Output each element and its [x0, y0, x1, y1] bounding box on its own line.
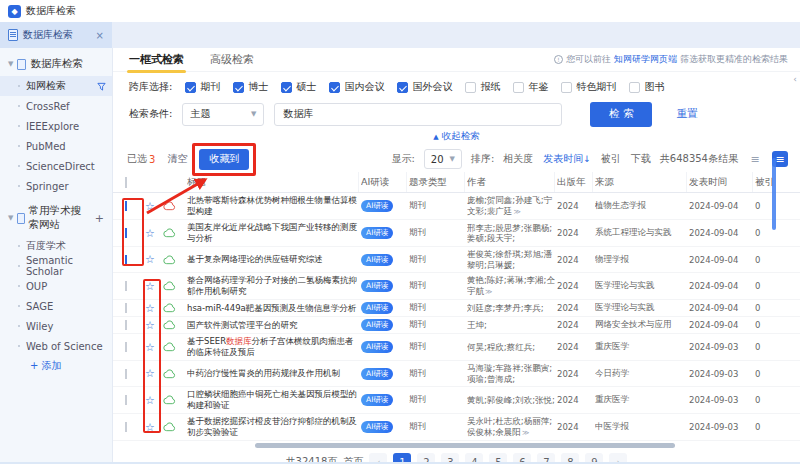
next-page-icon[interactable]: ›: [609, 453, 627, 464]
sidebar-item[interactable]: Springer: [0, 176, 112, 196]
row-checkbox[interactable]: [125, 303, 127, 313]
favorite-star-icon[interactable]: ☆: [145, 422, 161, 433]
row-source[interactable]: 中医学报: [595, 421, 687, 433]
search-button[interactable]: 检索: [590, 102, 652, 127]
row-source[interactable]: 重庆医学: [595, 394, 687, 406]
row-authors[interactable]: 马海璇;车路祥;张鹏寅;项瑜;曾海成;: [467, 363, 555, 384]
favorite-star-icon[interactable]: ☆: [145, 201, 161, 212]
row-authors[interactable]: 崔俊英;徐舒琪;郑旭;潘黎明;吕琳媛;: [467, 249, 555, 270]
authors-more-icon[interactable]: ≫: [522, 429, 529, 437]
sidebar-item[interactable]: ScienceDirect: [0, 156, 112, 176]
page-size-select[interactable]: 20 ▼: [424, 149, 462, 169]
row-source[interactable]: 医学理论与实践: [595, 280, 687, 292]
page-number[interactable]: 6: [513, 453, 531, 464]
collapse-panel-icon[interactable]: ‹: [790, 74, 800, 84]
ai-read-badge[interactable]: AI研读: [361, 421, 393, 433]
row-title[interactable]: 整合网络药理学和分子对接的二氢杨梅素抗抑郁作用机制研究: [187, 275, 359, 297]
download-cloud-icon[interactable]: [163, 228, 185, 238]
row-title[interactable]: 基于SEER数据库分析子宫体横纹肌肉瘤患者的临床特征及预后: [187, 336, 359, 358]
prev-page-icon[interactable]: ‹: [369, 453, 387, 464]
sort-option[interactable]: 发表时间↓: [543, 152, 591, 166]
download-cloud-icon[interactable]: [163, 320, 185, 330]
row-authors[interactable]: 邢李志;殷思梦;张鹏杨;姜硕;段天宇;: [467, 223, 555, 244]
favorite-star-icon[interactable]: ☆: [145, 368, 161, 379]
tab-database-search[interactable]: 数据库检索 ×: [0, 22, 112, 48]
page-number[interactable]: 9: [585, 453, 603, 464]
sidebar-section-sites[interactable]: ▼ 常用学术搜索网站 +: [0, 196, 112, 236]
row-title[interactable]: 中药治疗慢性胃炎的用药规律及作用机制: [187, 368, 359, 379]
table-row[interactable]: ☆ 国产软件测试管理平台的研究 AI研读 期刊 王坤; 2024 网络安全技术与…: [113, 317, 800, 334]
horizontal-scrollbar[interactable]: [255, 443, 675, 448]
row-authors[interactable]: 黄凯;郭俊峰;刘欢;张悦;: [467, 395, 555, 406]
list-view-icon[interactable]: ≡: [747, 151, 763, 167]
ai-read-badge[interactable]: AI研读: [361, 302, 393, 314]
collect-button[interactable]: 收藏到: [199, 149, 249, 170]
row-checkbox[interactable]: [125, 422, 127, 432]
page-number[interactable]: 5: [489, 453, 507, 464]
row-source[interactable]: 网络安全技术与应用: [595, 319, 687, 331]
page-number[interactable]: 3: [441, 453, 459, 464]
row-title[interactable]: hsa-miR-449a靶基因预测及生物信息学分析: [187, 303, 359, 314]
add-site-link[interactable]: + 添加: [0, 359, 112, 373]
favorite-star-icon[interactable]: ☆: [145, 320, 161, 331]
row-checkbox[interactable]: [125, 281, 127, 291]
search-input[interactable]: [274, 103, 562, 126]
row-title[interactable]: 口腔鳞状细胞癌中铜死亡相关基因预后模型的构建和验证: [187, 389, 359, 411]
row-authors[interactable]: 何昊;程欣;蔡红兵;: [467, 342, 555, 353]
tab-single-box-search[interactable]: 一框式检索: [129, 52, 184, 67]
select-all-checkbox[interactable]: [125, 177, 127, 188]
row-checkbox[interactable]: [125, 369, 127, 379]
row-authors[interactable]: 吴永叶;杜志欣;杨丽萍;侯俊林;余晨阳≫: [467, 416, 555, 438]
row-checkbox[interactable]: [125, 255, 127, 265]
download-cloud-icon[interactable]: [163, 201, 185, 211]
ai-read-badge[interactable]: AI研读: [361, 319, 393, 331]
row-authors[interactable]: 黄艳;陈好;蒋琳;李湘;仝宇航≫: [467, 275, 555, 297]
checkbox-icon[interactable]: [233, 82, 244, 93]
cross-db-option[interactable]: 硕士: [281, 80, 316, 94]
download-cloud-icon[interactable]: [163, 342, 185, 352]
table-row[interactable]: ☆ 美国友岸化近岸化战略下我国产业转移的测度与分析 AI研读 期刊 邢李志;殷思…: [113, 220, 800, 247]
row-source[interactable]: 重庆医学: [595, 341, 687, 353]
sidebar-item[interactable]: Web of Science: [0, 336, 112, 356]
row-checkbox[interactable]: [125, 228, 127, 238]
favorite-star-icon[interactable]: ☆: [145, 228, 161, 239]
favorite-star-icon[interactable]: ☆: [145, 342, 161, 353]
sidebar-item[interactable]: SAGE: [0, 296, 112, 316]
sort-option[interactable]: 被引: [601, 152, 621, 166]
checkbox-icon[interactable]: [397, 82, 408, 93]
favorite-star-icon[interactable]: ☆: [145, 254, 161, 265]
collapse-search[interactable]: ▲ 收起检索: [113, 130, 800, 143]
row-source[interactable]: 医学理论与实践: [595, 302, 687, 314]
checkbox-icon[interactable]: [513, 82, 524, 93]
clear-selection-button[interactable]: 清空: [167, 152, 187, 166]
row-source[interactable]: 植物生态学报: [595, 200, 687, 212]
download-cloud-icon[interactable]: [163, 281, 185, 291]
checkbox-icon[interactable]: [281, 82, 292, 93]
sidebar-item[interactable]: Semantic Scholar: [0, 256, 112, 276]
row-title[interactable]: 基于复杂网络理论的供应链研究综述: [187, 254, 359, 265]
ai-read-badge[interactable]: AI研读: [361, 394, 393, 406]
row-title[interactable]: 美国友岸化近岸化战略下我国产业转移的测度与分析: [187, 222, 359, 244]
sidebar-item[interactable]: IEEExplore: [0, 116, 112, 136]
row-authors[interactable]: 王坤;: [467, 320, 555, 331]
row-checkbox[interactable]: [125, 320, 127, 330]
tip-link[interactable]: 知网研学网页端: [614, 53, 677, 66]
cross-db-option[interactable]: 国内会议: [329, 80, 384, 94]
table-row[interactable]: ☆ 北热带喀斯特森林优势树种细根生物量估算模型构建 AI研读 期刊 庞榆;贺同鑫…: [113, 193, 800, 220]
download-cloud-icon[interactable]: [163, 369, 185, 379]
table-row[interactable]: ☆ 基于SEER数据库分析子宫体横纹肌肉瘤患者的临床特征及预后 AI研读 期刊 …: [113, 334, 800, 361]
table-row[interactable]: ☆ 口腔鳞状细胞癌中铜死亡相关基因预后模型的构建和验证 AI研读 期刊 黄凯;郭…: [113, 387, 800, 414]
ai-read-badge[interactable]: AI研读: [361, 368, 393, 380]
favorite-star-icon[interactable]: ☆: [145, 395, 161, 406]
close-icon[interactable]: ×: [96, 30, 104, 41]
vertical-scrollbar[interactable]: [772, 158, 776, 230]
ai-read-badge[interactable]: AI研读: [361, 280, 393, 292]
row-source[interactable]: 系统工程理论与实践: [595, 227, 687, 239]
authors-more-icon[interactable]: ≫: [513, 208, 520, 216]
favorite-star-icon[interactable]: ☆: [145, 303, 161, 314]
download-cloud-icon[interactable]: [163, 255, 185, 265]
sort-option[interactable]: 相关度: [503, 152, 533, 166]
sort-option[interactable]: 下载: [631, 152, 651, 166]
cross-db-option[interactable]: 博士: [233, 80, 268, 94]
download-cloud-icon[interactable]: [163, 395, 185, 405]
